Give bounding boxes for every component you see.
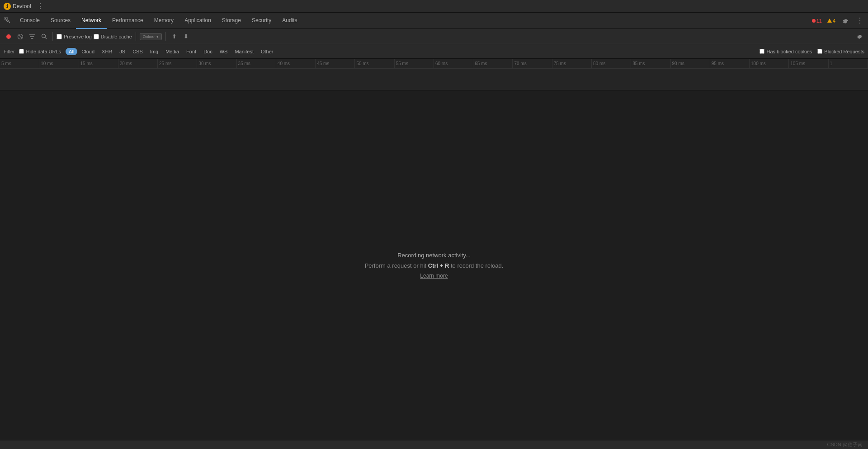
timeline-tick: 45 ms	[316, 59, 355, 68]
timeline-tick: 65 ms	[473, 59, 513, 68]
export-button[interactable]: ⬇	[181, 32, 191, 42]
record-button[interactable]	[4, 32, 14, 42]
network-timeline[interactable]: 5 ms10 ms15 ms20 ms25 ms30 ms35 ms40 ms4…	[0, 59, 868, 90]
timeline-tick: 60 ms	[434, 59, 473, 68]
timeline-tick: 5 ms	[0, 59, 39, 68]
filter-tab-doc[interactable]: Doc	[200, 48, 216, 55]
recording-title: Recording network activity...	[397, 252, 471, 259]
bottom-label: CSDN @伯子南	[827, 441, 863, 448]
preserve-log-checkbox[interactable]: Preserve log	[57, 34, 92, 39]
disable-cache-input[interactable]	[94, 34, 99, 39]
svg-line-3	[19, 35, 22, 38]
timeline-tick: 1	[829, 59, 868, 68]
warn-badge[interactable]: 4	[826, 18, 837, 24]
title-bar: ℹ Devtool ⋮	[0, 0, 868, 13]
timeline-tick: 35 ms	[237, 59, 276, 68]
recording-description: Perform a request or hit Ctrl + R to rec…	[365, 262, 504, 269]
timeline-tick: 30 ms	[197, 59, 236, 68]
filter-tab-img[interactable]: Img	[147, 48, 161, 55]
tab-audits[interactable]: Audits	[277, 13, 302, 29]
more-options-button[interactable]: ⋮	[854, 14, 866, 27]
timeline-chart-area	[0, 69, 868, 90]
header-right: 11 4 ⋮	[810, 14, 866, 27]
timeline-tick: 75 ms	[552, 59, 592, 68]
clear-button[interactable]	[15, 32, 25, 42]
filter-tab-other[interactable]: Other	[258, 48, 277, 55]
timeline-tick: 70 ms	[513, 59, 552, 68]
tab-security[interactable]: Security	[246, 13, 277, 29]
has-blocked-cookies-checkbox[interactable]: Has blocked cookies	[760, 49, 812, 54]
main-tabs-bar: Console Sources Network Performance Memo…	[0, 13, 868, 29]
filter-tab-all[interactable]: All	[66, 48, 77, 55]
devtool-icon: ℹ	[4, 3, 11, 10]
filter-tab-font[interactable]: Font	[183, 48, 199, 55]
filter-tab-media[interactable]: Media	[162, 48, 182, 55]
tab-sources[interactable]: Sources	[45, 13, 76, 29]
timeline-tick: 105 ms	[789, 59, 828, 68]
filter-label: Filter	[4, 49, 14, 54]
hide-data-urls-input[interactable]	[19, 49, 24, 54]
throttle-select[interactable]: Online ▾	[140, 33, 162, 40]
error-badge[interactable]: 11	[810, 18, 824, 24]
timeline-tick: 50 ms	[355, 59, 394, 68]
filter-tab-js[interactable]: JS	[116, 48, 128, 55]
tab-network[interactable]: Network	[76, 13, 107, 29]
timeline-tick: 80 ms	[592, 59, 631, 68]
filter-bar: Filter Hide data URLs All Cloud XHR JS C…	[0, 44, 868, 59]
warn-triangle-icon	[827, 19, 832, 23]
timeline-tick: 55 ms	[395, 59, 434, 68]
filter-tab-xhr[interactable]: XHR	[99, 48, 115, 55]
timeline-ruler: 5 ms10 ms15 ms20 ms25 ms30 ms35 ms40 ms4…	[0, 59, 868, 69]
settings-network-button[interactable]	[854, 32, 864, 42]
preserve-log-input[interactable]	[57, 34, 62, 39]
svg-point-1	[6, 34, 11, 39]
tab-performance[interactable]: Performance	[107, 13, 149, 29]
filter-tab-css[interactable]: CSS	[129, 48, 146, 55]
bottom-bar: CSDN @伯子南	[0, 440, 868, 449]
svg-line-5	[45, 38, 47, 39]
filter-toggle-button[interactable]	[27, 32, 37, 42]
title-bar-title: Devtool	[13, 3, 31, 9]
timeline-tick: 40 ms	[276, 59, 316, 68]
hide-data-urls-checkbox[interactable]: Hide data URLs	[19, 49, 61, 54]
blocked-requests-checkbox[interactable]: Blocked Requests	[817, 49, 864, 54]
separator-1	[52, 32, 53, 41]
tab-application[interactable]: Application	[179, 13, 217, 29]
import-button[interactable]: ⬆	[170, 32, 179, 42]
timeline-tick: 25 ms	[158, 59, 197, 68]
tab-console[interactable]: Console	[14, 13, 45, 29]
dropdown-arrow-icon: ▾	[156, 34, 159, 39]
has-blocked-cookies-input[interactable]	[760, 49, 764, 54]
timeline-tick: 95 ms	[710, 59, 750, 68]
settings-button[interactable]	[839, 14, 852, 27]
title-more-button[interactable]: ⋮	[35, 2, 46, 10]
filter-tab-manifest[interactable]: Manifest	[231, 48, 257, 55]
error-dot-icon	[812, 19, 816, 23]
network-toolbar: Preserve log Disable cache Online ▾ ⬆ ⬇	[0, 29, 868, 44]
separator-3	[165, 32, 166, 41]
timeline-tick: 15 ms	[79, 59, 118, 68]
timeline-tick: 85 ms	[631, 59, 670, 68]
timeline-tick: 90 ms	[671, 59, 710, 68]
disable-cache-checkbox[interactable]: Disable cache	[94, 34, 132, 39]
timeline-tick: 10 ms	[39, 59, 79, 68]
blocked-requests-input[interactable]	[817, 49, 822, 54]
main-content-area: Recording network activity... Perform a …	[0, 90, 868, 440]
timeline-tick: 20 ms	[118, 59, 158, 68]
filter-tab-ws[interactable]: WS	[217, 48, 231, 55]
filter-tab-cloud[interactable]: Cloud	[78, 48, 98, 55]
search-button[interactable]	[39, 32, 49, 42]
timeline-tick: 100 ms	[750, 59, 789, 68]
learn-more-link[interactable]: Learn more	[420, 273, 448, 279]
tab-storage[interactable]: Storage	[217, 13, 246, 29]
inspect-element-button[interactable]	[2, 14, 14, 27]
tab-memory[interactable]: Memory	[149, 13, 179, 29]
svg-point-4	[42, 34, 45, 38]
separator-2	[136, 32, 136, 41]
